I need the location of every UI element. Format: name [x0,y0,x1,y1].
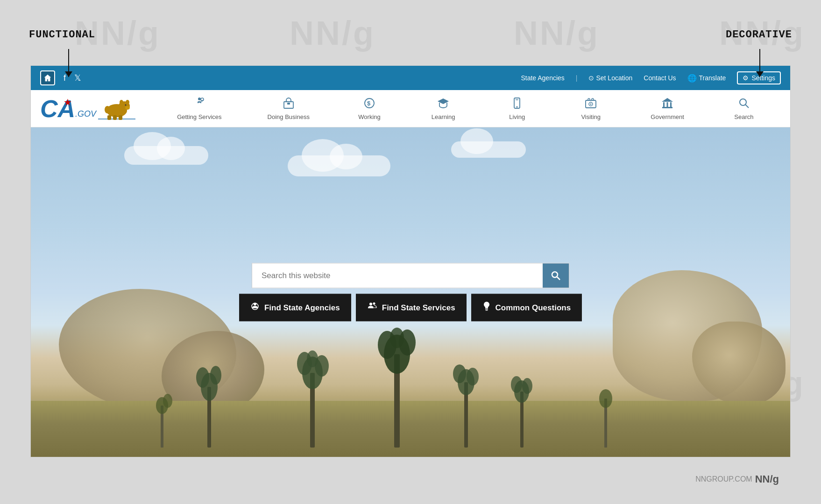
svg-point-17 [517,106,518,108]
svg-rect-9 [119,115,122,120]
home-icon [43,74,52,82]
svg-point-3 [120,100,123,105]
search-icon [551,271,561,281]
logo-dotgov-text: .GOV [75,109,96,119]
svg-rect-13 [287,103,290,105]
nngroup-brand: NN/g [755,473,779,485]
living-icon [510,97,524,112]
svg-marker-26 [662,98,673,102]
nav-label-visiting: Visiting [581,113,601,120]
nav-label-doing-business: Doing Business [268,113,310,120]
logo-area[interactable]: CA ★ .GOV [40,96,135,121]
home-button[interactable] [40,70,55,85]
government-icon [661,97,674,112]
nav-item-getting-services[interactable]: Getting Services [172,97,226,120]
doing-business-icon [282,97,295,112]
twitter-icon[interactable]: 𝕏 [74,73,81,83]
svg-point-61 [373,302,375,305]
svg-line-57 [557,277,560,280]
globe-icon: 🌐 [687,74,697,83]
ca-gov-logo[interactable]: CA ★ .GOV [40,97,96,121]
watermark-2: NN/g [290,14,375,52]
nav-item-search[interactable]: Search [725,97,763,120]
svg-point-6 [125,105,127,106]
cloud-1 [124,146,208,165]
nav-item-visiting[interactable]: Visiting [572,97,609,120]
nngroup-url: NNGROUP.COM [695,475,752,483]
svg-rect-22 [662,107,672,108]
utility-bar-right: State Agencies | ⊙Set Location Contact U… [521,71,781,84]
hero-content: Find State Agencies Find State Services [252,263,569,322]
svg-rect-23 [663,102,665,107]
location-icon: ⊙ [588,74,594,82]
nav-label-government: Government [651,113,684,120]
learning-icon [437,97,450,112]
working-icon: $ [363,97,376,112]
nav-items: Getting Services Doing Business [154,97,781,120]
decorative-annotation: DECORATIVE [726,29,792,41]
svg-rect-7 [107,115,111,120]
svg-point-21 [590,104,592,105]
svg-point-5 [125,106,130,110]
svg-text:$: $ [367,100,371,107]
common-questions-label: Common Questions [495,303,571,312]
common-questions-button[interactable]: Common Questions [471,294,582,322]
hero-buttons: Find State Agencies Find State Services [252,294,569,322]
nav-item-learning[interactable]: Learning [425,97,462,120]
state-services-icon [367,302,377,314]
svg-point-60 [369,303,372,306]
nav-item-government[interactable]: Government [646,97,689,120]
set-location-link[interactable]: ⊙Set Location [588,74,632,82]
nav-label-working: Working [358,113,380,120]
lightbulb-icon [482,301,491,314]
decorative-arrow [759,49,760,77]
state-agencies-link[interactable]: State Agencies [521,74,564,82]
getting-services-icon [193,97,206,112]
separator-1: | [576,74,578,82]
hero-section: Find State Agencies Find State Services [31,127,790,457]
state-agencies-icon [250,302,260,314]
watermark-3: NN/g [514,14,600,52]
svg-line-28 [745,105,749,108]
search-button[interactable] [543,264,569,288]
functional-annotation: FUNCTIONAL [29,29,95,41]
find-state-agencies-button[interactable]: Find State Agencies [239,294,351,322]
svg-point-56 [552,272,558,278]
svg-rect-63 [485,310,488,311]
svg-point-10 [105,106,110,113]
nav-label-learning: Learning [432,113,455,120]
nav-label-getting-services: Getting Services [177,113,221,120]
nav-label-search: Search [734,113,753,120]
find-state-services-label: Find State Services [382,303,455,312]
california-bear-logo [98,96,135,121]
nav-label-living: Living [509,113,525,120]
people-icon [367,302,377,311]
nav-item-living[interactable]: Living [498,97,536,120]
utility-bar-left: f 𝕏 [40,70,81,85]
svg-rect-62 [485,309,488,310]
main-nav: CA ★ .GOV [31,90,790,127]
cloud-3 [451,141,526,158]
utility-bar: f 𝕏 State Agencies | ⊙Set Location Conta… [31,66,790,90]
nav-item-working[interactable]: $ Working [351,97,388,120]
visiting-icon [584,97,597,112]
settings-icon: ⚙ [743,74,749,82]
search-bar [252,263,569,288]
find-state-agencies-label: Find State Agencies [264,303,340,312]
search-input[interactable] [252,264,543,288]
contact-us-link[interactable]: Contact Us [644,74,676,82]
svg-rect-25 [670,102,672,107]
bottom-credit: NNGROUP.COM NN/g [695,473,779,485]
svg-rect-8 [113,115,117,120]
cloud-2 [288,155,390,176]
search-nav-icon [737,97,750,112]
logo-star-icon: ★ [64,97,72,108]
svg-point-4 [126,100,129,105]
translate-link[interactable]: 🌐 Translate [687,74,726,83]
person-pin-icon [250,302,260,311]
svg-rect-24 [667,102,668,107]
nav-item-doing-business[interactable]: Doing Business [263,97,314,120]
svg-rect-18 [516,99,518,100]
site-container: f 𝕏 State Agencies | ⊙Set Location Conta… [30,65,791,457]
find-state-services-button[interactable]: Find State Services [356,294,467,322]
